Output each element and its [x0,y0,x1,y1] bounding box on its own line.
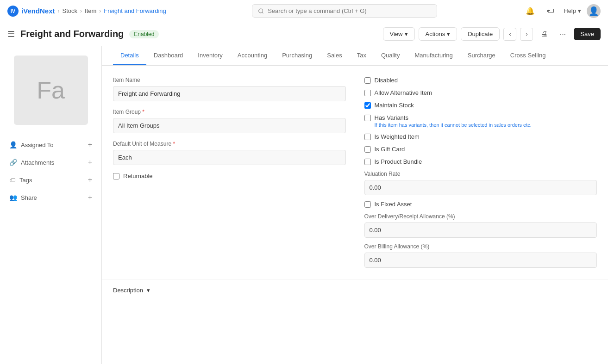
over-delivery-input[interactable] [364,222,597,238]
is-product-bundle-checkbox[interactable] [364,159,371,165]
avatar-initials: Fa [37,76,65,104]
tags-label: Tags [19,177,32,184]
is-product-bundle-label: Is Product Bundle [375,158,422,165]
attachments-add-btn[interactable]: + [88,158,92,167]
sidebar-item-tags[interactable]: 🏷 Tags + [7,173,94,187]
form-content: Item Name Item Group Default Unit of Mea… [102,66,608,279]
more-options-icon[interactable]: ··· [555,27,570,42]
default-uom-input[interactable] [113,150,346,165]
has-variants-label: Has Variants [375,114,408,121]
duplicate-button[interactable]: Duplicate [461,27,500,41]
status-badge: Enabled [129,30,159,38]
assigned-to-add-btn[interactable]: + [88,141,92,149]
hamburger-button[interactable]: ☰ [7,29,15,39]
breadcrumb-current: Freight and Forwarding [104,7,166,14]
search-input[interactable] [268,7,431,14]
valuation-rate-input[interactable] [364,180,597,195]
sub-header: ☰ Freight and Forwarding Enabled View ▾ … [0,22,608,46]
sidebar-item-assigned-to[interactable]: 👤 Assigned To + [7,138,94,152]
has-variants-group: Has Variants If this item has variants, … [364,114,597,128]
disabled-label: Disabled [375,77,398,84]
view-button[interactable]: View ▾ [383,27,415,41]
sidebar-item-assigned-left: 👤 Assigned To [9,141,54,148]
is-fixed-asset-checkbox[interactable] [364,201,371,208]
search-bar[interactable] [252,4,437,18]
disabled-checkbox[interactable] [364,77,371,84]
is-gift-card-checkbox[interactable] [364,146,371,153]
is-gift-card-row[interactable]: Is Gift Card [364,146,597,153]
disabled-row[interactable]: Disabled [364,77,597,84]
is-weighted-checkbox[interactable] [364,134,371,140]
share-icon: 👥 [9,194,17,201]
breadcrumb-area: iV iVendNext › Stock › Item › Freight an… [7,6,166,17]
sidebar-item-share[interactable]: 👥 Share + [7,191,94,204]
print-icon[interactable]: 🖨 [537,27,552,42]
avatar-placeholder: Fa [14,56,88,125]
help-label: Help [564,7,576,14]
svg-point-0 [259,9,263,13]
tab-accounting[interactable]: Accounting [230,46,275,65]
view-label: View [390,31,403,37]
form-right: Disabled Allow Alternative Item Maintain… [364,77,597,268]
over-delivery-label: Over Delivery/Receipt Allowance (%) [364,213,597,220]
maintain-stock-checkbox[interactable] [364,102,371,109]
prev-button[interactable]: ‹ [503,28,516,41]
tags-add-btn[interactable]: + [88,176,92,184]
maintain-stock-row[interactable]: Maintain Stock [364,102,597,109]
tab-manufacturing[interactable]: Manufacturing [407,46,460,65]
returnable-row[interactable]: Returnable [113,173,346,179]
breadcrumb-item[interactable]: Item [85,7,96,14]
help-chevron: ▾ [578,7,581,14]
tab-inventory[interactable]: Inventory [190,46,230,65]
sidebar-item-tags-left: 🏷 Tags [9,176,32,184]
description-section[interactable]: Description ▾ [102,279,608,301]
tab-dashboard[interactable]: Dashboard [146,46,191,65]
actions-button[interactable]: Actions ▾ [419,27,458,41]
tags-icon: 🏷 [9,176,16,184]
sidebar-item-share-left: 👥 Share [9,194,37,201]
tab-purchasing[interactable]: Purchasing [275,46,320,65]
tab-surcharge[interactable]: Surcharge [460,46,503,65]
allow-alternative-checkbox[interactable] [364,90,371,96]
item-name-input[interactable] [113,86,346,101]
share-add-btn[interactable]: + [88,193,92,202]
help-button[interactable]: Help ▾ [564,7,581,14]
tab-cross-selling[interactable]: Cross Selling [503,46,553,65]
over-billing-input[interactable] [364,253,597,268]
next-button[interactable]: › [520,28,533,41]
breadcrumb-stock[interactable]: Stock [63,7,78,14]
attachments-icon: 🔗 [9,159,17,166]
over-billing-label: Over Billing Allowance (%) [364,243,597,250]
assigned-to-label: Assigned To [21,142,54,148]
has-variants-checkbox[interactable] [364,115,371,121]
save-button[interactable]: Save [574,28,601,40]
notification-icon[interactable]: 🔔 [523,4,538,19]
is-fixed-asset-row[interactable]: Is Fixed Asset [364,201,597,208]
returnable-checkbox[interactable] [113,173,119,179]
form-left: Item Name Item Group Default Unit of Mea… [113,77,346,268]
brand-logo[interactable]: iV iVendNext [7,6,55,17]
item-group-input[interactable] [113,118,346,133]
item-name-label: Item Name [113,77,346,83]
tab-sales[interactable]: Sales [320,46,350,65]
default-uom-label: Default Unit of Measure [113,141,346,147]
actions-label: Actions [426,31,445,37]
tag-icon[interactable]: 🏷 [543,4,558,19]
over-billing-field: Over Billing Allowance (%) [364,243,597,268]
tab-quality[interactable]: Quality [374,46,407,65]
sidebar-item-attachments[interactable]: 🔗 Attachments + [7,155,94,169]
sidebar: Fa 👤 Assigned To + 🔗 Attachments + 🏷 Tag… [0,46,102,364]
user-avatar[interactable]: 👤 [587,4,601,18]
tab-details[interactable]: Details [113,46,146,65]
valuation-rate-field: Valuation Rate [364,171,597,195]
content-area: Details Dashboard Inventory Accounting P… [102,46,608,364]
tab-tax[interactable]: Tax [350,46,374,65]
has-variants-row[interactable]: Has Variants [364,114,597,121]
is-weighted-row[interactable]: Is Weighted Item [364,133,597,140]
is-product-bundle-row[interactable]: Is Product Bundle [364,158,597,165]
allow-alternative-row[interactable]: Allow Alternative Item [364,89,597,96]
view-chevron: ▾ [405,31,408,37]
over-delivery-field: Over Delivery/Receipt Allowance (%) [364,213,597,238]
page-title: Freight and Forwarding [20,29,124,39]
save-label: Save [580,31,594,37]
